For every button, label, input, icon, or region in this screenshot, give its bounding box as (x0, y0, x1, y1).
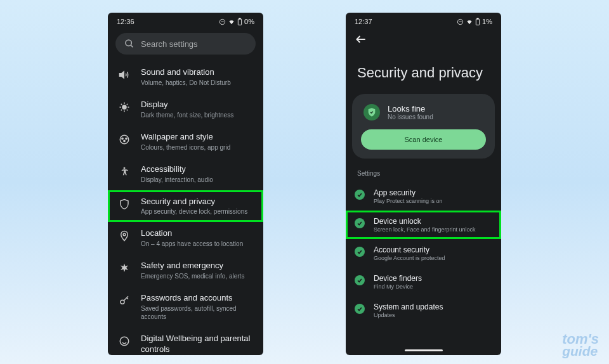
status-icons: 0% (219, 18, 254, 25)
phone-settings-main: 12:36 0% Search settings Sound and vibra… (108, 13, 263, 355)
item-title: Safety and emergency (141, 261, 256, 271)
item-text: LocationOn – 4 apps have access to locat… (141, 228, 256, 248)
security-status-card: Looks fine No issues found Scan device (352, 94, 495, 159)
shield-check-icon (363, 104, 380, 120)
item-text: Device findersFind My Device (374, 274, 422, 290)
item-title: Security and privacy (141, 197, 256, 207)
svg-point-17 (126, 138, 127, 139)
display-icon (118, 101, 131, 114)
security-item-4[interactable]: System and updatesUpdates (346, 296, 501, 325)
wallpaper-icon (118, 133, 131, 146)
item-text: Device unlockScreen lock, Face and finge… (374, 217, 476, 233)
svg-point-16 (122, 138, 123, 139)
item-title: System and updates (374, 302, 443, 311)
search-placeholder: Search settings (141, 39, 198, 49)
settings-item-location[interactable]: LocationOn – 4 apps have access to locat… (108, 222, 263, 254)
item-text: App securityPlay Protect scanning is on (374, 188, 443, 204)
security-items-list: App securityPlay Protect scanning is onD… (346, 182, 501, 325)
wellbeing-icon (118, 335, 131, 348)
item-title: Passwords and accounts (141, 293, 256, 304)
item-text: Sound and vibrationVolume, haptics, Do N… (141, 67, 256, 87)
item-title: Device finders (374, 274, 422, 283)
accessibility-icon (118, 166, 131, 178)
settings-item-sound[interactable]: Sound and vibrationVolume, haptics, Do N… (108, 61, 263, 93)
item-subtitle: Colours, themed icons, app grid (141, 143, 256, 152)
svg-point-22 (120, 337, 129, 346)
status-bar: 12:36 0% (108, 13, 263, 28)
search-icon (124, 39, 134, 49)
key-icon (118, 294, 131, 307)
scan-device-button[interactable]: Scan device (361, 129, 486, 150)
battery-text: 0% (244, 18, 254, 25)
settings-item-accessibility[interactable]: AccessibilityDisplay, interaction, audio (108, 158, 263, 190)
security-item-3[interactable]: Device findersFind My Device (346, 268, 501, 296)
dnd-icon (219, 18, 226, 25)
svg-rect-2 (238, 19, 241, 25)
svg-rect-25 (476, 19, 479, 25)
page-title: Security and privacy (346, 53, 501, 94)
battery-text: 1% (482, 18, 492, 25)
status-subtitle: No issues found (388, 114, 433, 120)
check-icon (355, 218, 365, 228)
battery-icon (237, 18, 242, 25)
item-subtitle: Updates (374, 312, 443, 318)
status-bar: 12:37 1% (346, 13, 501, 28)
search-settings[interactable]: Search settings (115, 33, 256, 55)
phone-security-privacy: 12:37 1% Security and privacy Looks fine… (346, 13, 501, 355)
item-subtitle: Emergency SOS, medical info, alerts (141, 272, 256, 280)
svg-point-6 (122, 105, 126, 109)
item-subtitle: Screen lock, Face and fingerprint unlock (374, 226, 476, 233)
item-subtitle: Google Account is protected (374, 255, 445, 261)
item-title: Digital Wellbeing and parental controls (141, 334, 256, 355)
item-subtitle: On – 4 apps have access to location (141, 240, 256, 248)
item-text: Passwords and accountsSaved passwords, a… (141, 293, 256, 321)
svg-line-14 (127, 104, 128, 105)
item-title: App security (374, 188, 443, 197)
settings-item-emergency[interactable]: Safety and emergencyEmergency SOS, medic… (108, 254, 263, 287)
check-icon (355, 275, 365, 285)
shield-icon (118, 198, 131, 211)
status-text: Looks fine No issues found (388, 104, 433, 120)
item-text: Safety and emergencyEmergency SOS, medic… (141, 261, 256, 280)
item-subtitle: Find My Device (374, 283, 422, 290)
item-text: AccessibilityDisplay, interaction, audio (141, 164, 256, 184)
svg-rect-3 (239, 18, 240, 19)
item-title: Account security (374, 245, 445, 254)
item-title: Accessibility (141, 164, 256, 175)
battery-icon (475, 18, 480, 25)
item-subtitle: Dark theme, font size, brightness (141, 111, 256, 119)
item-subtitle: Play Protect scanning is on (374, 198, 443, 204)
back-icon[interactable] (355, 33, 367, 46)
nav-handle[interactable] (405, 349, 443, 351)
clock-text: 12:36 (117, 18, 134, 25)
svg-point-4 (126, 40, 131, 46)
sound-icon (118, 68, 131, 81)
svg-line-13 (121, 110, 122, 111)
item-title: Sound and vibration (141, 67, 256, 78)
watermark-line2: guide (562, 346, 599, 358)
status-title: Looks fine (388, 104, 433, 114)
clock-text: 12:37 (355, 18, 372, 25)
security-item-0[interactable]: App securityPlay Protect scanning is on (346, 182, 501, 211)
svg-line-5 (131, 45, 133, 47)
settings-item-shield[interactable]: Security and privacyApp security, device… (108, 190, 263, 223)
settings-item-wellbeing[interactable]: Digital Wellbeing and parental controlsS… (108, 327, 263, 355)
svg-line-11 (121, 104, 122, 105)
item-text: Wallpaper and styleColours, themed icons… (141, 132, 256, 152)
item-text: System and updatesUpdates (374, 302, 443, 318)
settings-list: Sound and vibrationVolume, haptics, Do N… (108, 61, 263, 355)
status-icons: 1% (457, 18, 492, 25)
check-icon (355, 304, 365, 314)
settings-item-wallpaper[interactable]: Wallpaper and styleColours, themed icons… (108, 126, 263, 158)
security-item-1[interactable]: Device unlockScreen lock, Face and finge… (346, 211, 501, 239)
back-row (346, 28, 501, 53)
item-title: Wallpaper and style (141, 132, 256, 143)
item-text: Security and privacyApp security, device… (141, 197, 256, 216)
wifi-icon (466, 18, 473, 25)
settings-item-key[interactable]: Passwords and accountsSaved passwords, a… (108, 287, 263, 327)
security-item-2[interactable]: Account securityGoogle Account is protec… (346, 239, 501, 268)
settings-item-display[interactable]: DisplayDark theme, font size, brightness (108, 93, 263, 126)
svg-rect-26 (477, 18, 478, 19)
watermark: tom's guide (562, 333, 599, 358)
svg-point-19 (124, 167, 126, 169)
